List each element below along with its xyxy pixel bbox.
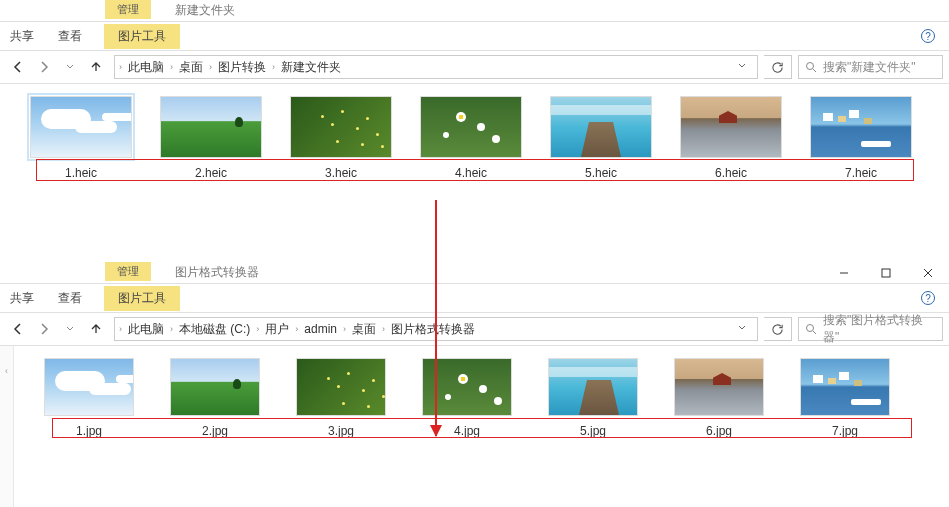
breadcrumb-segment[interactable]: 图片转换 [214, 57, 270, 78]
svg-point-0 [807, 63, 814, 70]
tab-picture-tools[interactable]: 图片工具 [104, 24, 180, 49]
file-item[interactable]: 1.heic [30, 96, 132, 180]
file-name-label: 4.jpg [454, 424, 480, 438]
file-item[interactable]: 7.heic [810, 96, 912, 180]
file-name-label: 3.heic [325, 166, 357, 180]
explorer-window-1: 管理 新建文件夹 共享 查看 图片工具 ? › 此电脑 › 桌面 › 图片转换 … [0, 0, 949, 250]
breadcrumb-segment[interactable]: 新建文件夹 [277, 57, 345, 78]
up-button[interactable] [84, 55, 108, 79]
title-bar: 管理 图片格式转换器 [0, 262, 949, 284]
file-item[interactable]: 4.heic [420, 96, 522, 180]
breadcrumb-bar[interactable]: › 此电脑 › 桌面 › 图片转换 › 新建文件夹 [114, 55, 758, 79]
back-button[interactable] [6, 317, 30, 341]
thumbnail [422, 358, 512, 416]
thumbnail [550, 96, 652, 158]
chevron-right-icon[interactable]: › [272, 62, 275, 72]
chevron-right-icon[interactable]: › [209, 62, 212, 72]
breadcrumb-segment[interactable]: admin [300, 320, 341, 338]
refresh-button[interactable] [764, 317, 792, 341]
breadcrumb-segment[interactable]: 此电脑 [124, 319, 168, 340]
maximize-button[interactable] [865, 262, 907, 284]
file-name-label: 5.jpg [580, 424, 606, 438]
file-name-label: 6.jpg [706, 424, 732, 438]
explorer-window-2: 管理 图片格式转换器 共享 查看 图片工具 ? › 此电脑 › 本地磁盘 (C:… [0, 262, 949, 507]
address-bar-row: › 此电脑 › 本地磁盘 (C:) › 用户 › admin › 桌面 › 图片… [0, 312, 949, 346]
thumbnail [170, 358, 260, 416]
window-title: 新建文件夹 [175, 2, 235, 19]
nav-buttons [6, 317, 108, 341]
chevron-right-icon[interactable]: › [119, 62, 122, 72]
file-name-label: 7.heic [845, 166, 877, 180]
chevron-right-icon[interactable]: › [295, 324, 298, 334]
thumbnail [30, 96, 132, 158]
window-title: 图片格式转换器 [175, 264, 259, 281]
chevron-right-icon[interactable]: › [382, 324, 385, 334]
search-box[interactable]: 搜索"图片格式转换器" [798, 317, 943, 341]
file-item[interactable]: 6.jpg [674, 358, 764, 438]
window-controls [823, 262, 949, 284]
chevron-right-icon[interactable]: › [119, 324, 122, 334]
ribbon-tabs: 共享 查看 图片工具 ? [0, 22, 949, 50]
back-button[interactable] [6, 55, 30, 79]
file-item[interactable]: 4.jpg [422, 358, 512, 438]
file-item[interactable]: 6.heic [680, 96, 782, 180]
file-item[interactable]: 2.jpg [170, 358, 260, 438]
search-placeholder: 搜索"新建文件夹" [823, 59, 916, 76]
breadcrumb-segment[interactable]: 此电脑 [124, 57, 168, 78]
close-button[interactable] [907, 262, 949, 284]
breadcrumb-segment[interactable]: 本地磁盘 (C:) [175, 319, 254, 340]
path-dropdown-icon[interactable] [731, 60, 753, 74]
svg-rect-1 [882, 269, 890, 277]
help-icon[interactable]: ? [921, 291, 935, 305]
file-item[interactable]: 3.jpg [296, 358, 386, 438]
contextual-tab-label: 管理 [105, 0, 151, 19]
recent-dropdown-icon[interactable] [58, 317, 82, 341]
file-item[interactable]: 5.jpg [548, 358, 638, 438]
tab-share[interactable]: 共享 [8, 286, 36, 311]
path-dropdown-icon[interactable] [731, 322, 753, 336]
chevron-right-icon[interactable]: › [343, 324, 346, 334]
file-item[interactable]: 3.heic [290, 96, 392, 180]
tab-view[interactable]: 查看 [56, 286, 84, 311]
tab-view[interactable]: 查看 [56, 24, 84, 49]
help-icon[interactable]: ? [921, 29, 935, 43]
minimize-button[interactable] [823, 262, 865, 284]
breadcrumb-segment[interactable]: 桌面 [348, 319, 380, 340]
file-item[interactable]: 5.heic [550, 96, 652, 180]
file-grid[interactable]: 1.heic2.heic3.heic4.heic5.heic6.heic7.he… [0, 84, 949, 250]
thumbnail [44, 358, 134, 416]
recent-dropdown-icon[interactable] [58, 55, 82, 79]
search-icon [805, 323, 817, 335]
file-name-label: 1.jpg [76, 424, 102, 438]
thumbnail [160, 96, 262, 158]
title-bar: 管理 新建文件夹 [0, 0, 949, 22]
ribbon-tabs: 共享 查看 图片工具 ? [0, 284, 949, 312]
forward-button[interactable] [32, 55, 56, 79]
file-name-label: 3.jpg [328, 424, 354, 438]
file-name-label: 6.heic [715, 166, 747, 180]
chevron-right-icon[interactable]: › [256, 324, 259, 334]
nav-pane-collapsed[interactable]: ‹ [0, 346, 14, 507]
file-item[interactable]: 7.jpg [800, 358, 890, 438]
chevron-right-icon[interactable]: › [170, 324, 173, 334]
thumbnail [290, 96, 392, 158]
thumbnail [674, 358, 764, 416]
forward-button[interactable] [32, 317, 56, 341]
file-grid[interactable]: 1.jpg2.jpg3.jpg4.jpg5.jpg6.jpg7.jpg [14, 346, 949, 507]
file-item[interactable]: 1.jpg [44, 358, 134, 438]
thumbnail [810, 96, 912, 158]
contextual-tab-label: 管理 [105, 262, 151, 281]
refresh-button[interactable] [764, 55, 792, 79]
chevron-right-icon[interactable]: › [170, 62, 173, 72]
file-name-label: 2.jpg [202, 424, 228, 438]
file-item[interactable]: 2.heic [160, 96, 262, 180]
thumbnail [296, 358, 386, 416]
breadcrumb-segment[interactable]: 用户 [261, 319, 293, 340]
breadcrumb-bar[interactable]: › 此电脑 › 本地磁盘 (C:) › 用户 › admin › 桌面 › 图片… [114, 317, 758, 341]
breadcrumb-segment[interactable]: 桌面 [175, 57, 207, 78]
search-box[interactable]: 搜索"新建文件夹" [798, 55, 943, 79]
tab-share[interactable]: 共享 [8, 24, 36, 49]
tab-picture-tools[interactable]: 图片工具 [104, 286, 180, 311]
up-button[interactable] [84, 317, 108, 341]
breadcrumb-segment[interactable]: 图片格式转换器 [387, 319, 479, 340]
